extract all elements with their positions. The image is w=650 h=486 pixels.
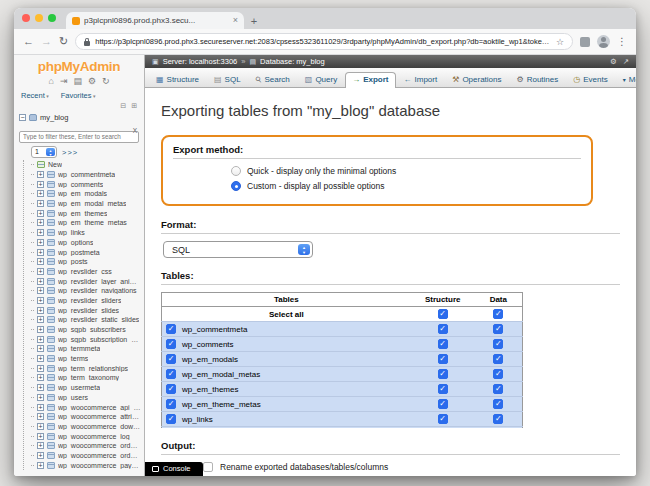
expand-icon[interactable] bbox=[37, 423, 44, 430]
sidebar-table-name[interactable]: wp_revslider_navigations bbox=[58, 287, 137, 294]
sidebar-table-name[interactable]: wp_woocommerce_order_iter bbox=[58, 442, 141, 449]
data-checkbox[interactable] bbox=[493, 384, 503, 394]
output-option[interactable]: Rename exported databases/tables/columns bbox=[203, 462, 620, 472]
expand-icon[interactable] bbox=[37, 442, 44, 449]
preferences-gear-icon[interactable]: ⚙ bbox=[610, 57, 617, 66]
sidebar-table-name[interactable]: wp_woocommerce_attribute_ bbox=[58, 413, 141, 420]
table-checkbox[interactable] bbox=[166, 339, 176, 349]
expand-icon[interactable] bbox=[37, 452, 44, 459]
expand-icon[interactable] bbox=[37, 278, 44, 285]
sidebar-table-item[interactable]: wp_revslider_slides bbox=[25, 305, 141, 315]
radio-icon[interactable] bbox=[231, 181, 241, 191]
select-all-structure-checkbox[interactable] bbox=[438, 309, 448, 319]
sidebar-table-name[interactable]: wp_usermeta bbox=[58, 384, 100, 391]
recent-dropdown[interactable]: Recent bbox=[21, 91, 49, 100]
table-checkbox[interactable] bbox=[166, 414, 176, 424]
select-all-label[interactable]: Select all bbox=[162, 307, 411, 322]
table-checkbox[interactable] bbox=[166, 369, 176, 379]
expand-icon[interactable] bbox=[37, 297, 44, 304]
expand-icon[interactable] bbox=[37, 404, 44, 411]
export-method-option[interactable]: Quick - display only the minimal options bbox=[231, 166, 581, 176]
structure-checkbox[interactable] bbox=[438, 354, 448, 364]
sidebar-table-item[interactable]: wp_em_theme_metas bbox=[25, 218, 141, 228]
expand-icon[interactable] bbox=[37, 345, 44, 352]
structure-checkbox[interactable] bbox=[438, 369, 448, 379]
expand-icon[interactable] bbox=[37, 268, 44, 275]
expand-icon[interactable] bbox=[37, 258, 44, 265]
reload-button[interactable]: ↻ bbox=[59, 36, 68, 47]
sidebar-table-item[interactable]: wp_revslider_sliders bbox=[25, 296, 141, 306]
new-tab-button[interactable]: + bbox=[246, 14, 262, 29]
sidebar-table-item[interactable]: wp_woocommerce_order_iter bbox=[25, 441, 141, 451]
phpmyadmin-logo[interactable]: phpMyAdmin bbox=[14, 55, 144, 75]
tab[interactable]: Export ▾ bbox=[345, 72, 395, 88]
sidebar-table-item[interactable]: wp_em_modal_metas bbox=[25, 199, 141, 209]
sidebar-table-name[interactable]: wp_em_theme_metas bbox=[58, 219, 127, 226]
sidebar-table-name[interactable]: wp_users bbox=[58, 394, 88, 401]
sidebar-table-item[interactable]: wp_woocommerce_log bbox=[25, 431, 141, 441]
tab[interactable]: Routines ▾ bbox=[510, 72, 566, 87]
next-pages-link[interactable]: >>> bbox=[62, 148, 78, 157]
expand-icon[interactable] bbox=[37, 326, 44, 333]
expand-icon[interactable] bbox=[37, 374, 44, 381]
url-text[interactable]: https://p3plcpnl0896.prod.phx3.secureser… bbox=[95, 37, 551, 46]
sidebar-table-name[interactable]: wp_em_themes bbox=[58, 210, 107, 217]
address-bar[interactable]: https://p3plcpnl0896.prod.phx3.secureser… bbox=[75, 33, 573, 50]
tab[interactable]: SQL ▾ bbox=[207, 72, 248, 87]
sidebar-table-name[interactable]: wp_em_modal_metas bbox=[58, 200, 126, 207]
expand-icon[interactable] bbox=[37, 462, 44, 469]
expand-icon[interactable] bbox=[37, 287, 44, 294]
expand-icon[interactable] bbox=[37, 200, 44, 207]
select-all-data-checkbox[interactable] bbox=[493, 309, 503, 319]
structure-checkbox[interactable] bbox=[438, 324, 448, 334]
sidebar-table-item[interactable]: wp_options bbox=[25, 238, 141, 248]
sidebar-table-name[interactable]: wp_termmeta bbox=[58, 345, 100, 352]
sidebar-table-name[interactable]: wp_term_relationships bbox=[58, 365, 128, 372]
expand-icon[interactable] bbox=[37, 355, 44, 362]
sidebar-table-item[interactable]: wp_revslider_static_slides bbox=[25, 315, 141, 325]
tree-database-name[interactable]: my_blog bbox=[40, 113, 68, 122]
expand-icon[interactable] bbox=[37, 433, 44, 440]
sidebar-table-name[interactable]: wp_terms bbox=[58, 355, 88, 362]
sidebar-table-name[interactable]: wp_commentmeta bbox=[58, 171, 115, 178]
tab[interactable]: Query ▾ bbox=[298, 72, 344, 87]
tree-database-item[interactable]: my_blog bbox=[19, 112, 141, 124]
breadcrumb-database[interactable]: Database: my_blog bbox=[260, 57, 325, 66]
expand-icon[interactable] bbox=[37, 190, 44, 197]
minimize-window-button[interactable] bbox=[35, 14, 43, 22]
data-checkbox[interactable] bbox=[493, 339, 503, 349]
tab[interactable]: Events ▾ bbox=[566, 72, 614, 87]
docs-icon[interactable]: ▤ bbox=[73, 77, 82, 86]
sidebar-table-name[interactable]: wp_em_modals bbox=[58, 190, 107, 197]
clear-filter-button[interactable]: X bbox=[133, 127, 137, 134]
data-checkbox[interactable] bbox=[493, 414, 503, 424]
sidebar-table-name[interactable]: wp_postmeta bbox=[58, 249, 100, 256]
expand-icon[interactable] bbox=[37, 229, 44, 236]
favorites-dropdown[interactable]: Favorites bbox=[61, 91, 96, 100]
structure-checkbox[interactable] bbox=[438, 384, 448, 394]
zoom-window-button[interactable] bbox=[48, 14, 56, 22]
sidebar-table-name[interactable]: wp_woocommerce_log bbox=[58, 433, 130, 440]
table-checkbox[interactable] bbox=[166, 399, 176, 409]
sidebar-table-name[interactable]: wp_revslider_slides bbox=[58, 307, 119, 314]
sidebar-table-name[interactable]: wp_sgpb_subscribers bbox=[58, 326, 126, 333]
sidebar-table-item[interactable]: wp_revslider_layer_animation bbox=[25, 276, 141, 286]
tab[interactable]: Import ▾ bbox=[397, 72, 445, 87]
data-checkbox[interactable] bbox=[493, 369, 503, 379]
sidebar-table-item[interactable]: wp_woocommerce_api_keys bbox=[25, 402, 141, 412]
table-checkbox[interactable] bbox=[166, 354, 176, 364]
sidebar-table-item[interactable]: wp_comments bbox=[25, 179, 141, 189]
expand-icon[interactable] bbox=[37, 365, 44, 372]
breadcrumb-server[interactable]: Server: localhost:3306 bbox=[163, 57, 238, 66]
forward-button[interactable]: → bbox=[41, 36, 52, 47]
expand-icon[interactable] bbox=[37, 239, 44, 246]
table-checkbox[interactable] bbox=[166, 324, 176, 334]
expand-icon[interactable] bbox=[37, 336, 44, 343]
data-checkbox[interactable] bbox=[493, 354, 503, 364]
sidebar-table-item[interactable]: wp_postmeta bbox=[25, 247, 141, 257]
sidebar-table-item[interactable]: wp_woocommerce_download bbox=[25, 422, 141, 432]
sidebar-table-item[interactable]: wp_sgpb_subscription_error_ bbox=[25, 334, 141, 344]
tab[interactable]: Operations ▾ bbox=[445, 72, 508, 87]
console-toggle[interactable]: Console bbox=[145, 462, 203, 476]
sidebar-table-item[interactable]: wp_sgpb_subscribers bbox=[25, 325, 141, 335]
